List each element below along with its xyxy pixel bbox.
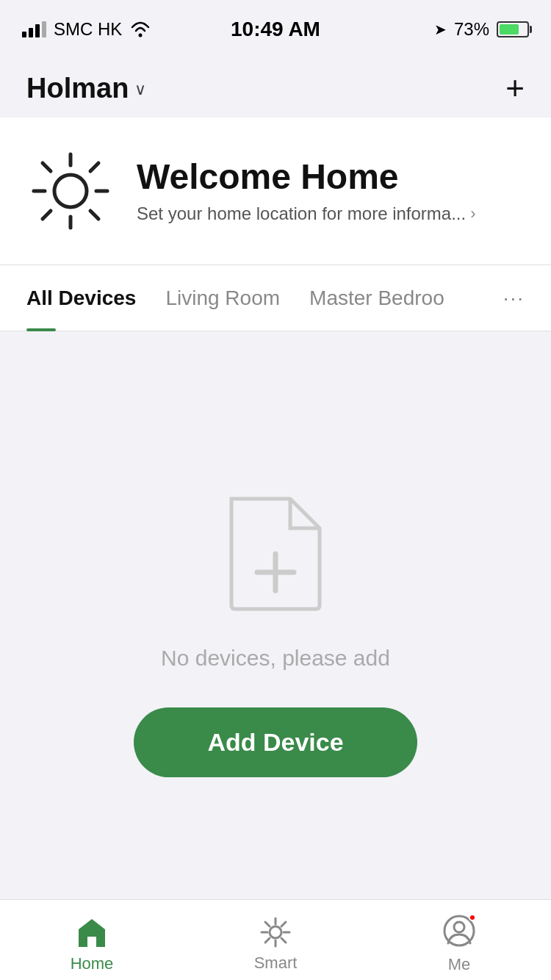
welcome-title: Welcome Home	[137, 158, 476, 197]
signal-icon	[22, 21, 46, 37]
welcome-text: Welcome Home Set your home location for …	[137, 158, 476, 225]
svg-point-0	[139, 34, 143, 37]
home-selector[interactable]: Holman ∨	[26, 73, 146, 104]
add-button[interactable]: +	[505, 72, 525, 104]
chevron-down-icon: ∨	[134, 80, 146, 99]
home-name: Holman	[26, 73, 129, 104]
wifi-icon	[129, 21, 151, 37]
status-left: SMC HK	[22, 19, 151, 40]
nav-smart-label: Smart	[254, 954, 298, 973]
nav-home[interactable]: Home	[0, 907, 184, 973]
nav-home-label: Home	[71, 954, 114, 973]
battery-icon	[497, 21, 529, 37]
empty-state: No devices, please add Add Device	[107, 331, 443, 929]
tab-all-devices[interactable]: All Devices	[26, 265, 151, 331]
main-content: No devices, please add Add Device	[0, 331, 551, 929]
battery-percent: 73%	[454, 19, 489, 40]
svg-point-12	[270, 926, 281, 938]
svg-line-6	[43, 163, 51, 171]
tab-master-bedroom[interactable]: Master Bedroo	[295, 265, 459, 331]
tab-bar: All Devices Living Room Master Bedroo ··…	[0, 265, 551, 331]
carrier-label: SMC HK	[54, 19, 122, 40]
home-icon	[74, 915, 109, 950]
more-tabs-button[interactable]: ···	[503, 287, 525, 310]
svg-line-8	[90, 163, 98, 171]
welcome-subtitle[interactable]: Set your home location for more informa.…	[137, 203, 476, 224]
svg-point-22	[454, 922, 464, 932]
chevron-right-icon: ›	[470, 204, 475, 223]
status-time: 10:49 AM	[231, 18, 320, 41]
svg-point-1	[54, 175, 87, 207]
svg-line-20	[265, 938, 270, 943]
nav-smart[interactable]: Smart	[184, 908, 367, 973]
smart-icon	[259, 915, 292, 949]
svg-line-19	[281, 922, 286, 926]
svg-line-18	[281, 938, 286, 943]
nav-me[interactable]: Me	[367, 907, 551, 974]
svg-line-9	[43, 211, 51, 219]
bottom-nav: Home Smart Me	[0, 899, 551, 980]
empty-state-message: No devices, please add	[161, 646, 390, 671]
svg-line-17	[265, 922, 270, 926]
tab-living-room[interactable]: Living Room	[151, 265, 295, 331]
app-header: Holman ∨ +	[0, 59, 551, 118]
status-bar: SMC HK 10:49 AM ➤ 73%	[0, 0, 551, 59]
add-device-button[interactable]: Add Device	[134, 707, 417, 777]
notification-badge	[469, 914, 476, 921]
status-right: ➤ 73%	[434, 19, 529, 40]
svg-line-7	[90, 211, 98, 219]
battery-fill	[500, 24, 519, 35]
sun-icon	[26, 147, 115, 235]
no-device-icon	[217, 484, 334, 616]
location-icon: ➤	[434, 21, 447, 38]
welcome-section: Welcome Home Set your home location for …	[0, 118, 551, 264]
nav-me-label: Me	[448, 955, 471, 974]
